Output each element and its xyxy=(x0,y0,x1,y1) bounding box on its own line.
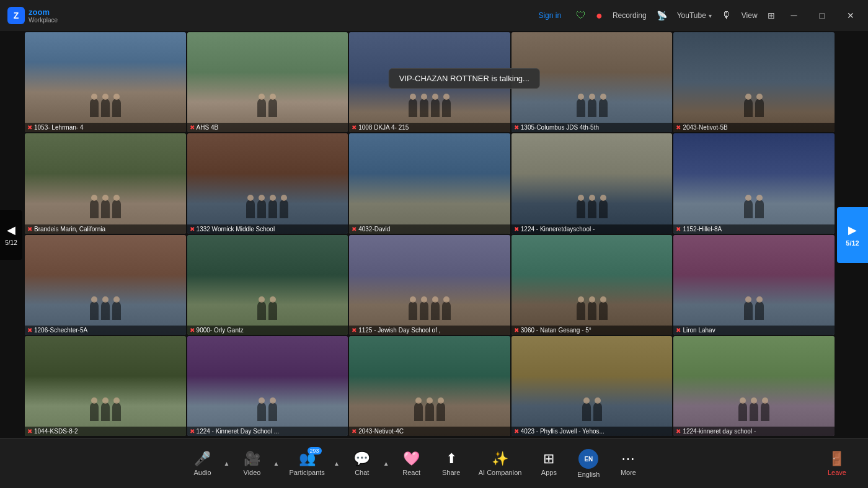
youtube-label: YouTube xyxy=(677,11,706,20)
mic-off-icon-17: ✖ xyxy=(190,428,195,435)
participants-button[interactable]: 👥 293 Participants xyxy=(283,447,330,480)
titlebar-left: Z zoom Workplace xyxy=(7,7,58,24)
react-button[interactable]: 🩷 React xyxy=(393,447,430,480)
video-cell-14[interactable]: ✖3060 - Natan Gesang - 5° xyxy=(512,235,673,335)
en-badge: EN xyxy=(578,449,598,469)
mic-off-icon-9: ✖ xyxy=(514,226,519,233)
cell-label-19: 4023 - Phyllis Jowell - Yehos... xyxy=(521,428,604,435)
mic-off-icon-16: ✖ xyxy=(27,428,32,435)
share-button[interactable]: ⬆ Share xyxy=(433,447,470,480)
view-button[interactable]: View xyxy=(742,11,758,20)
mic-off-icon-11: ✖ xyxy=(27,327,32,334)
left-page-indicator: 5/12 xyxy=(5,239,17,246)
apps-button[interactable]: ⊞ Apps xyxy=(530,447,567,480)
video-cell-17[interactable]: ✖1224 - Kinneret Day School ... xyxy=(187,336,348,436)
cell-label-11: 1206-Schechter-5A xyxy=(34,327,87,334)
shield-icon: 🛡 xyxy=(576,10,586,21)
grid-icon: ⊞ xyxy=(768,11,775,20)
video-button[interactable]: 🎥 Video xyxy=(233,447,270,480)
cell-label-14: 3060 - Natan Gesang - 5° xyxy=(521,327,591,334)
react-icon: 🩷 xyxy=(403,451,420,467)
leave-button[interactable]: 🚪 Leave xyxy=(818,447,856,480)
video-cell-10[interactable]: ✖1152-Hillel-8A xyxy=(673,133,835,233)
chat-button[interactable]: 💬 Chat xyxy=(343,447,381,480)
mic-off-icon-6: ✖ xyxy=(27,226,32,233)
mic-off-icon-18: ✖ xyxy=(352,428,356,435)
leave-label: Leave xyxy=(828,469,846,476)
chat-label: Chat xyxy=(355,469,369,476)
mic-off-icon-8: ✖ xyxy=(352,226,356,233)
sign-in-button[interactable]: Sign in xyxy=(533,9,566,22)
chat-arrow-icon[interactable]: ▲ xyxy=(382,459,391,468)
audio-icon: 🎤 xyxy=(194,451,211,467)
youtube-button[interactable]: YouTube ▾ xyxy=(677,11,712,20)
video-cell-13[interactable]: ✖1125 - Jewish Day School of , xyxy=(349,235,510,335)
mic-off-icon-13: ✖ xyxy=(352,327,356,334)
video-cell-8[interactable]: ✖4032-David xyxy=(349,133,510,233)
maximize-button[interactable]: □ xyxy=(813,8,831,23)
cell-label-1: 1053- Lehrman- 4 xyxy=(34,124,84,131)
cell-label-15: Liron Lahav xyxy=(683,327,715,334)
more-label: More xyxy=(621,469,636,476)
participants-icon: 👥 293 xyxy=(299,451,316,467)
youtube-chevron-icon: ▾ xyxy=(709,12,712,19)
mic-off-icon-10: ✖ xyxy=(676,226,681,233)
ai-companion-icon: ✨ xyxy=(492,451,508,467)
participants-arrow-icon[interactable]: ▲ xyxy=(332,459,341,468)
participants-label: Participants xyxy=(289,469,324,476)
toolbar-center-section: 🎤 Audio ▲ 🎥 Video ▲ 👥 293 Participants ▲ xyxy=(184,445,647,482)
more-button[interactable]: ⋯ More xyxy=(609,447,647,480)
next-page-button[interactable]: ▶ 5/12 xyxy=(837,207,868,263)
video-icon: 🎥 xyxy=(244,451,260,467)
mic-off-icon-14: ✖ xyxy=(514,327,519,334)
microphone-icon[interactable]: 🎙 xyxy=(722,10,732,21)
video-cell-20[interactable]: ✖1224-kinneret day school - xyxy=(673,336,835,436)
video-cell-15[interactable]: ✖Liron Lahav xyxy=(673,235,835,335)
video-cell-12[interactable]: ✖9000- Orly Gantz xyxy=(187,235,348,335)
react-label: React xyxy=(402,469,420,476)
video-label: Video xyxy=(244,469,261,476)
video-cell-6[interactable]: ✖Brandeis Marin, California xyxy=(25,133,186,233)
video-cell-9[interactable]: ✖1224 - Kinneretdayschool - xyxy=(512,133,673,233)
cast-icon: 📡 xyxy=(657,11,667,20)
cell-label-12: 9000- Orly Gantz xyxy=(197,327,244,334)
zoom-logo: Z zoom Workplace xyxy=(7,7,58,24)
close-button[interactable]: ✕ xyxy=(841,8,861,23)
cell-label-7: 1332 Wornick Middle School xyxy=(197,226,275,233)
apps-icon: ⊞ xyxy=(543,451,554,467)
audio-button[interactable]: 🎤 Audio xyxy=(184,447,221,480)
video-cell-19[interactable]: ✖4023 - Phyllis Jowell - Yehos... xyxy=(512,336,673,436)
chat-tool-group: 💬 Chat ▲ xyxy=(343,447,391,480)
recording-label: Recording xyxy=(613,11,647,20)
recording-dot-icon: ● xyxy=(596,9,603,22)
cell-label-2: AHS 4B xyxy=(197,124,219,131)
previous-page-button[interactable]: ◀ 5/12 xyxy=(0,210,22,260)
video-cell-7[interactable]: ✖1332 Wornick Middle School xyxy=(187,133,348,233)
audio-arrow-icon[interactable]: ▲ xyxy=(223,459,231,468)
right-page-indicator: 5/12 xyxy=(846,239,859,247)
video-cell-18[interactable]: ✖2043-Netivot-4C xyxy=(349,336,510,436)
mic-off-icon-3: ✖ xyxy=(352,124,356,131)
cell-label-4: 1305-Columbus JDS 4th-5th xyxy=(521,124,599,131)
titlebar-right: Sign in 🛡 ● Recording 📡 YouTube ▾ 🎙 View… xyxy=(533,8,861,23)
cell-label-16: 1044-KSDS-8-2 xyxy=(34,428,78,435)
minimize-button[interactable]: ─ xyxy=(785,8,804,23)
mic-off-icon-7: ✖ xyxy=(190,226,195,233)
cell-label-10: 1152-Hillel-8A xyxy=(683,226,722,233)
chat-icon: 💬 xyxy=(353,451,370,467)
video-arrow-icon[interactable]: ▲ xyxy=(272,459,280,468)
video-cell-2[interactable]: ✖AHS 4B xyxy=(187,32,348,132)
cell-label-6: Brandeis Marin, California xyxy=(34,226,105,233)
video-tool-group: 🎥 Video ▲ xyxy=(233,447,280,480)
audio-tool-group: 🎤 Audio ▲ xyxy=(184,447,231,480)
language-button[interactable]: EN English xyxy=(570,445,607,482)
video-cell-16[interactable]: ✖1044-KSDS-8-2 xyxy=(25,336,186,436)
ai-companion-button[interactable]: ✨ AI Companion xyxy=(472,447,528,480)
video-cell-1[interactable]: ✖1053- Lehrman- 4 xyxy=(25,32,186,132)
video-cell-11[interactable]: ✖1206-Schechter-5A xyxy=(25,235,186,335)
video-cell-5[interactable]: ✖2043-Netivot-5B xyxy=(673,32,835,132)
share-icon: ⬆ xyxy=(446,451,457,467)
audio-label: Audio xyxy=(194,469,211,476)
zoom-logo-icon: Z xyxy=(7,7,25,24)
cell-label-8: 4032-David xyxy=(358,226,390,233)
